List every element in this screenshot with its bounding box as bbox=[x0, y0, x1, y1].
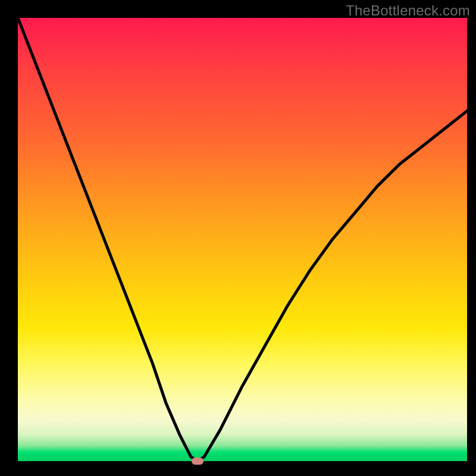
optimal-point-marker bbox=[192, 458, 203, 465]
watermark-text: TheBottleneck.com bbox=[346, 2, 470, 19]
chart-stage: TheBottleneck.com bbox=[0, 0, 476, 476]
curve-path bbox=[18, 18, 467, 461]
plot-area bbox=[18, 18, 467, 461]
bottleneck-curve bbox=[18, 18, 467, 461]
